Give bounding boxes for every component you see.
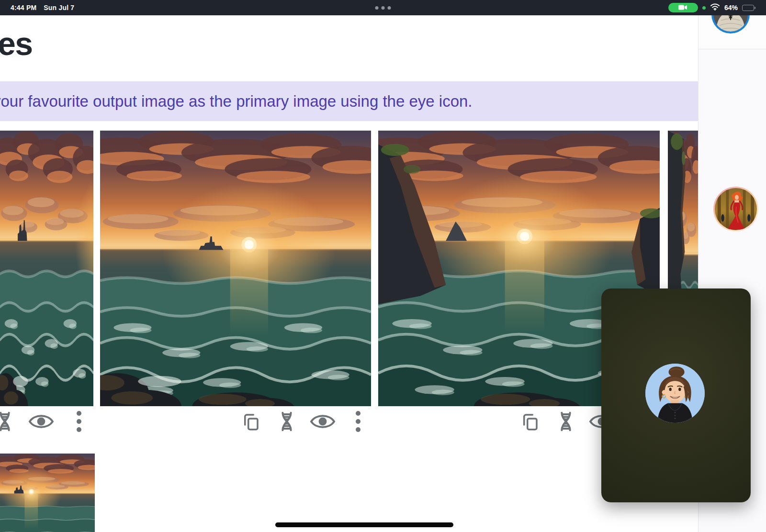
status-time: 4:44 PM	[11, 4, 36, 11]
video-camera-icon	[678, 3, 687, 12]
camera-active-dot	[702, 6, 706, 10]
eye-icon[interactable]	[309, 411, 336, 432]
status-date: Sun Jul 7	[44, 4, 74, 11]
info-banner: your favourite output image as the prima…	[0, 81, 698, 121]
eye-icon[interactable]	[28, 411, 55, 432]
battery-percent: 64%	[724, 4, 738, 11]
status-bar: 4:44 PM Sun Jul 7 64%	[0, 0, 766, 15]
output-image-2[interactable]	[100, 131, 371, 406]
dna-icon[interactable]	[276, 410, 298, 433]
output-image-1[interactable]	[0, 131, 93, 406]
more-options-icon[interactable]	[76, 410, 82, 432]
facetime-pip-window[interactable]	[601, 288, 751, 502]
copy-icon[interactable]	[241, 410, 261, 432]
copy-icon[interactable]	[520, 410, 540, 432]
dna-icon[interactable]	[0, 410, 16, 433]
output-image-5[interactable]	[0, 454, 95, 532]
memoji-avatar	[645, 364, 705, 423]
info-banner-text: your favourite output image as the prima…	[0, 92, 473, 111]
dna-icon[interactable]	[555, 410, 577, 433]
more-options-icon[interactable]	[355, 410, 361, 432]
battery-icon	[742, 5, 755, 11]
red-dress-photo	[715, 188, 757, 230]
participant-avatar-red-dress[interactable]	[713, 187, 758, 232]
page-title: es	[0, 25, 33, 62]
main-content: es your favourite output image as the pr…	[0, 15, 698, 532]
wifi-icon	[710, 3, 720, 12]
facetime-active-pill[interactable]	[668, 3, 698, 12]
multitask-indicator[interactable]	[375, 6, 391, 10]
home-indicator[interactable]	[275, 522, 453, 527]
